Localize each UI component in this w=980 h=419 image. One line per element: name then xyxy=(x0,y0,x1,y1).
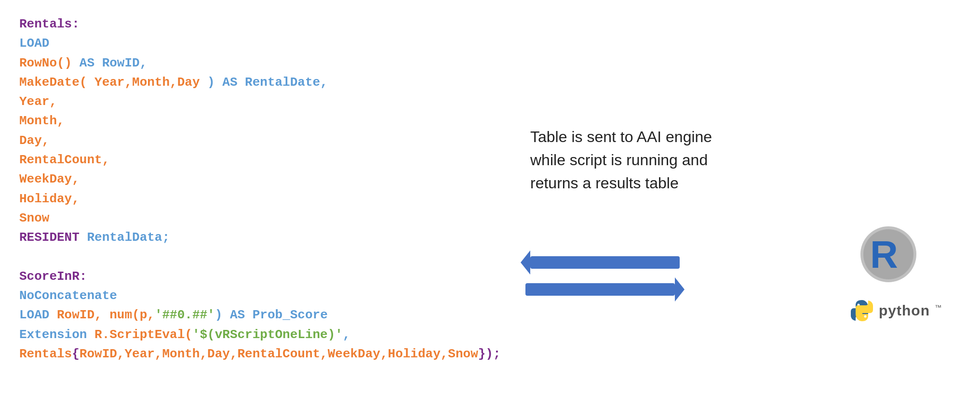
code-line-8: RentalCount, xyxy=(19,150,501,170)
code-line-1: Rentals: xyxy=(19,14,501,34)
holiday-field: Holiday, xyxy=(19,192,80,206)
svg-rect-1 xyxy=(530,256,680,269)
code-line-14: NoConcatenate xyxy=(19,286,501,305)
code-line-16: Extension R.ScriptEval('$(vRScriptOneLin… xyxy=(19,325,501,344)
resident-keyword: RESIDENT xyxy=(19,230,80,245)
load-keyword: LOAD xyxy=(19,36,49,51)
annotation-line-1: Table is sent to AAI engine xyxy=(530,125,712,148)
rowid-field2: RowID, xyxy=(57,308,109,322)
rentaldate-alias: ) AS RentalDate, xyxy=(207,75,328,90)
rentals-ref: Rentals xyxy=(19,347,72,361)
day-field: Day, xyxy=(19,133,49,148)
code-line-7: Day, xyxy=(19,131,501,150)
makedate-args: Year,Month,Day xyxy=(94,75,200,90)
code-line-10: Holiday, xyxy=(19,189,501,209)
annotation-text: Table is sent to AAI engine while script… xyxy=(530,125,712,195)
probscore-alias: ) AS Prob_Score xyxy=(215,308,328,322)
svg-point-10 xyxy=(864,315,867,318)
makedate-func: MakeDate( xyxy=(19,75,87,90)
rscripteval-func: R.ScriptEval( xyxy=(94,327,192,342)
rentaldata-table: RentalData; xyxy=(87,230,170,245)
format-string: '##0.##' xyxy=(155,308,215,322)
code-line-13: ScoreInR: xyxy=(19,267,501,286)
python-icon xyxy=(850,299,874,323)
rentals-fields: RowID,Year,Month,Day,RentalCount,WeekDay… xyxy=(80,347,478,361)
annotation-line-3: returns a results table xyxy=(530,171,712,195)
extension-keyword: Extension xyxy=(19,327,94,342)
curly-close: }); xyxy=(478,347,501,361)
p-arg: p, xyxy=(140,308,155,322)
code-line-17: Rentals{RowID,Year,Month,Day,RentalCount… xyxy=(19,344,501,364)
vr-string: '$(vRScriptOneLine)' xyxy=(192,327,343,342)
year-field: Year, xyxy=(19,94,57,109)
rowno-func: RowNo() xyxy=(19,56,72,70)
python-logo-area: python ™ xyxy=(850,299,941,323)
code-line-4: MakeDate( Year,Month,Day ) AS RentalDate… xyxy=(19,73,501,92)
python-text: python xyxy=(879,302,930,319)
snow-field: Snow xyxy=(19,211,49,225)
code-block: Rentals: LOAD RowNo() AS RowID, MakeDate… xyxy=(19,14,501,364)
curly-open: { xyxy=(72,347,80,361)
noconcatenate-keyword: NoConcatenate xyxy=(19,288,117,303)
rowid-alias: AS RowID, xyxy=(80,56,147,70)
num-func: num( xyxy=(109,308,139,322)
svg-marker-2 xyxy=(521,250,530,275)
code-line-2: LOAD xyxy=(19,34,501,53)
code-line-11: Snow xyxy=(19,209,501,228)
arrow-right xyxy=(521,277,685,301)
code-line-12: RESIDENT RentalData; xyxy=(19,228,501,247)
code-blank-1 xyxy=(19,248,501,267)
annotation-line-2: while script is running and xyxy=(530,148,712,171)
r-logo: R xyxy=(859,225,917,283)
svg-marker-5 xyxy=(675,277,685,301)
extension-comma: , xyxy=(343,327,350,342)
code-line-9: WeekDay, xyxy=(19,170,501,189)
svg-text:R: R xyxy=(870,233,898,276)
weekday-field: WeekDay, xyxy=(19,172,80,186)
scoreinr-label: ScoreInR: xyxy=(19,269,87,284)
code-line-3: RowNo() AS RowID, xyxy=(19,53,501,73)
code-line-5: Year, xyxy=(19,92,501,111)
arrow-left xyxy=(521,250,685,275)
load2-keyword: LOAD xyxy=(19,308,57,322)
code-line-15: LOAD RowID, num(p,'##0.##') AS Prob_Scor… xyxy=(19,305,501,325)
rentals-label: Rentals: xyxy=(19,17,80,31)
month-field: Month, xyxy=(19,114,65,128)
svg-rect-4 xyxy=(525,283,675,296)
rentalcount-field: RentalCount, xyxy=(19,153,109,167)
code-line-6: Month, xyxy=(19,111,501,131)
